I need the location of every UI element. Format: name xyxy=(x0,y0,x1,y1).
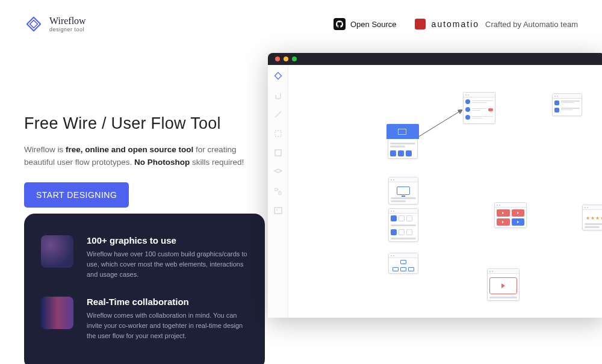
traffic-max-icon xyxy=(292,57,297,61)
flow-connectors xyxy=(288,65,469,155)
app-screenshot: ★★★★★ xyxy=(268,53,602,318)
hero-section: Free Wire / User Flow Tool Wireflow is f… xyxy=(0,48,253,208)
hand-tool-icon xyxy=(273,90,283,100)
feature-graphics: 100+ graphics to use Wireflow have over … xyxy=(41,235,248,280)
feature-collab: Real-Time collaboration Wireflow comes w… xyxy=(41,297,248,341)
svg-point-2 xyxy=(276,209,278,211)
brand-name: Wireflow xyxy=(49,16,86,26)
layers-tool-icon xyxy=(273,167,283,177)
flow-canvas: ★★★★★ xyxy=(288,65,602,318)
feature-icon xyxy=(41,235,73,268)
draw-tool-icon xyxy=(273,110,283,119)
feature-title: Real-Time collaboration xyxy=(87,297,248,307)
svg-rect-0 xyxy=(275,131,281,137)
hero-subtitle: Wireflow is free, online and open source… xyxy=(24,144,253,169)
credit-text: Crafted by Automatio team xyxy=(485,20,578,29)
window-titlebar xyxy=(268,53,602,65)
brand-logo[interactable]: Wireflow designer tool xyxy=(24,14,86,34)
notes-tool-icon xyxy=(273,148,283,158)
wireflow-app-icon xyxy=(273,71,283,81)
feature-icon xyxy=(41,297,73,329)
open-source-link[interactable]: Open Source xyxy=(334,18,397,30)
tool-rail xyxy=(268,65,288,318)
flow-card xyxy=(388,125,418,159)
flow-card xyxy=(388,253,418,274)
start-designing-button[interactable]: START DESIGNING xyxy=(24,182,129,208)
flow-card xyxy=(388,177,418,205)
flow-card xyxy=(463,92,495,124)
flow-card xyxy=(487,268,520,301)
automatio-logo-icon xyxy=(415,19,426,29)
crop-tool-icon xyxy=(273,129,283,138)
flow-card xyxy=(552,93,582,116)
automatio-brand: automatio xyxy=(432,19,479,29)
feature-desc: Wireflow comes with collaboration in min… xyxy=(87,310,248,341)
wireflow-logo-icon xyxy=(24,14,43,34)
connector-tool-icon xyxy=(273,187,283,196)
github-icon xyxy=(334,18,346,30)
flow-card xyxy=(494,202,527,228)
svg-rect-1 xyxy=(275,208,282,214)
hero-title: Free Wire / User Flow Tool xyxy=(24,114,253,133)
top-nav: Open Source automatio Crafted by Automat… xyxy=(334,18,578,30)
flow-card: ★★★★★ xyxy=(582,205,602,230)
feature-title: 100+ graphics to use xyxy=(87,235,248,245)
feature-desc: Wireflow have over 100 custom build grap… xyxy=(87,249,248,280)
credit-link[interactable]: automatio Crafted by Automatio team xyxy=(415,19,578,29)
traffic-min-icon xyxy=(284,57,288,61)
traffic-close-icon xyxy=(275,57,280,61)
brand-tagline: designer tool xyxy=(49,26,86,32)
site-header: Wireflow designer tool Open Source autom… xyxy=(0,0,602,48)
image-tool-icon xyxy=(273,206,283,215)
features-card: 100+ graphics to use Wireflow have over … xyxy=(24,214,265,364)
flow-card xyxy=(388,208,418,242)
open-source-label: Open Source xyxy=(350,20,397,29)
